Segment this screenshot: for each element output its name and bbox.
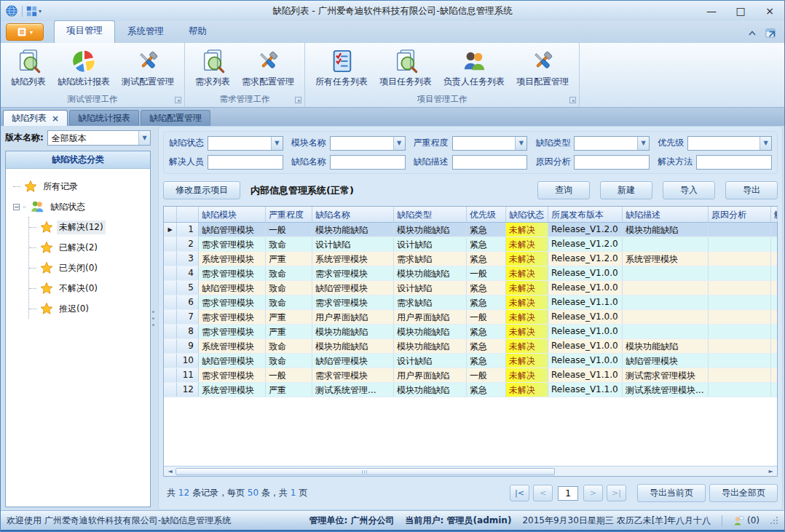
column-header[interactable]: 缺陷名称: [312, 207, 394, 222]
grid-cell[interactable]: 紧急: [467, 252, 506, 266]
grid-cell[interactable]: 严重: [266, 310, 312, 324]
grid-cell[interactable]: 一般: [266, 368, 312, 382]
resolver-input[interactable]: [208, 155, 283, 170]
resize-grip[interactable]: [770, 517, 778, 525]
horizontal-scrollbar[interactable]: ◄ ►: [164, 466, 777, 476]
grid-cell[interactable]: 模块功能缺陷: [394, 223, 467, 237]
module-name-filter[interactable]: ▼: [330, 136, 406, 151]
grid-cell[interactable]: 需求管理模块: [199, 368, 266, 382]
export-all-pages-button[interactable]: 导出全部页: [709, 484, 778, 502]
grid-cell[interactable]: 设计缺陷: [394, 281, 467, 295]
chevron-down-icon[interactable]: ▼: [271, 137, 283, 150]
grid-row[interactable]: 2需求管理模块致命设计缺陷设计缺陷紧急未解决Release_V1.2.0: [164, 237, 777, 252]
doc-tab-defect-report[interactable]: 缺陷统计报表: [69, 110, 139, 126]
tree-item-unresolved[interactable]: 未解决(12): [29, 217, 147, 237]
grid-cell[interactable]: [709, 325, 771, 338]
grid-cell[interactable]: 缺陷管理模块: [312, 354, 394, 368]
grid-cell[interactable]: 系统管理模块: [199, 339, 266, 353]
grid-row[interactable]: 5缺陷管理模块致命缺陷管理模块设计缺陷紧急未解决Release_V1.0.0: [164, 281, 777, 295]
requirement-list-button[interactable]: 需求列表: [189, 47, 236, 90]
sidebar-splitter[interactable]: [151, 126, 156, 510]
import-button[interactable]: 导入: [663, 181, 715, 199]
requirement-config-button[interactable]: 需求配置管理: [236, 47, 300, 90]
grid-cell[interactable]: 模块功能缺陷: [312, 223, 394, 237]
tree-item-wont-fix[interactable]: 不解决(0): [29, 278, 147, 298]
grid-cell[interactable]: 模块功能缺陷: [623, 223, 709, 237]
grid-cell[interactable]: [771, 354, 777, 368]
chevron-down-icon[interactable]: ▼: [515, 137, 526, 150]
grid-cell[interactable]: [771, 252, 777, 266]
grid-cell[interactable]: 未解决: [506, 223, 548, 237]
column-header[interactable]: 缺陷类型: [394, 207, 467, 222]
grid-cell[interactable]: 模块功能缺陷: [394, 325, 467, 338]
grid-cell[interactable]: 需求管理模块: [312, 266, 394, 280]
grid-cell[interactable]: [771, 237, 777, 251]
grid-cell[interactable]: 未解决: [506, 252, 548, 266]
column-header[interactable]: 缺陷模块: [199, 207, 266, 222]
window-arrow-icon[interactable]: [765, 27, 777, 39]
column-header[interactable]: 优先级: [467, 207, 506, 222]
grid-cell[interactable]: [709, 223, 771, 237]
defect-list-button[interactable]: 缺陷列表: [5, 47, 52, 90]
grid-cell[interactable]: [771, 295, 777, 309]
grid-cell[interactable]: 未解决: [506, 266, 548, 280]
all-tasks-button[interactable]: 所有任务列表: [309, 47, 374, 90]
grid-cell[interactable]: [771, 310, 777, 324]
page-number-input[interactable]: [558, 486, 578, 501]
grid-cell[interactable]: Release_V1.0.0: [548, 354, 623, 368]
layout-switch-button[interactable]: ▾: [26, 6, 42, 17]
grid-cell[interactable]: [771, 325, 777, 338]
collapse-box-icon[interactable]: −: [13, 204, 20, 210]
grid-cell[interactable]: [623, 295, 709, 309]
ribbon-tab-system[interactable]: 系统管理: [115, 21, 176, 43]
grid-cell[interactable]: 未解决: [506, 383, 548, 397]
grid-cell[interactable]: 未解决: [506, 237, 548, 251]
grid-row[interactable]: ▶1缺陷管理模块一般模块功能缺陷模块功能缺陷紧急未解决Release_V1.2.…: [164, 223, 777, 237]
defect-desc-input[interactable]: [452, 155, 528, 170]
owner-tasks-button[interactable]: 负责人任务列表: [438, 47, 510, 90]
chevron-down-icon[interactable]: ▼: [138, 131, 150, 145]
doc-tab-defect-list[interactable]: 缺陷列表 ×: [3, 110, 68, 126]
message-counter[interactable]: (0): [733, 515, 760, 526]
grid-cell[interactable]: 测试系统管理...: [312, 383, 394, 397]
new-button[interactable]: 新建: [600, 181, 652, 199]
grid-cell[interactable]: 未解决: [506, 295, 548, 309]
grid-cell[interactable]: 模块功能缺陷: [312, 339, 394, 353]
grid-cell[interactable]: [771, 266, 777, 280]
modify-columns-button[interactable]: 修改显示项目: [163, 181, 240, 199]
defect-status-filter[interactable]: ▼: [208, 136, 283, 151]
first-page-button[interactable]: |<: [510, 485, 529, 501]
grid-cell[interactable]: [709, 383, 771, 397]
grid-cell[interactable]: 测试系统管理模块...: [623, 383, 709, 397]
grid-cell[interactable]: Release_V1.2.0: [548, 223, 623, 237]
cause-analysis-input[interactable]: [574, 155, 650, 170]
grid-cell[interactable]: 模块功能缺陷: [394, 266, 467, 280]
grid-cell[interactable]: 致命: [266, 266, 312, 280]
severity-filter[interactable]: ▼: [452, 136, 528, 151]
grid-cell[interactable]: 系统管理模块: [199, 252, 266, 266]
grid-cell[interactable]: [623, 266, 709, 280]
grid-cell[interactable]: 模块功能缺陷: [623, 339, 709, 353]
prev-page-button[interactable]: <: [533, 485, 553, 501]
grid-cell[interactable]: 需求管理模块: [199, 295, 266, 309]
grid-cell[interactable]: 测试需求管理模块: [623, 368, 709, 382]
grid-cell[interactable]: 需求管理模块: [312, 295, 394, 309]
grid-cell[interactable]: [709, 281, 771, 295]
application-menu-button[interactable]: ▾: [6, 23, 44, 41]
grid-cell[interactable]: 致命: [266, 295, 312, 309]
grid-cell[interactable]: Release_V1.1.0: [548, 295, 623, 309]
grid-cell[interactable]: 用户界面缺陷: [394, 310, 467, 324]
grid-cell[interactable]: 紧急: [467, 237, 506, 251]
grid-cell[interactable]: Release_V1.1.0: [548, 383, 623, 397]
grid-cell[interactable]: 缺陷管理模块: [199, 223, 266, 237]
next-page-button[interactable]: >: [583, 485, 603, 501]
grid-cell[interactable]: 模块功能缺陷: [312, 325, 394, 338]
grid-cell[interactable]: 需求管理模块: [199, 310, 266, 324]
test-config-button[interactable]: 测试配置管理: [116, 47, 180, 90]
grid-cell[interactable]: 紧急: [467, 354, 506, 368]
grid-cell[interactable]: 紧急: [467, 281, 506, 295]
column-header[interactable]: 严重程度: [266, 207, 312, 222]
doc-tab-defect-config[interactable]: 缺陷配置管理: [141, 110, 210, 126]
grid-cell[interactable]: 设计缺陷: [394, 237, 467, 251]
grid-cell[interactable]: 需求缺陷: [394, 252, 467, 266]
